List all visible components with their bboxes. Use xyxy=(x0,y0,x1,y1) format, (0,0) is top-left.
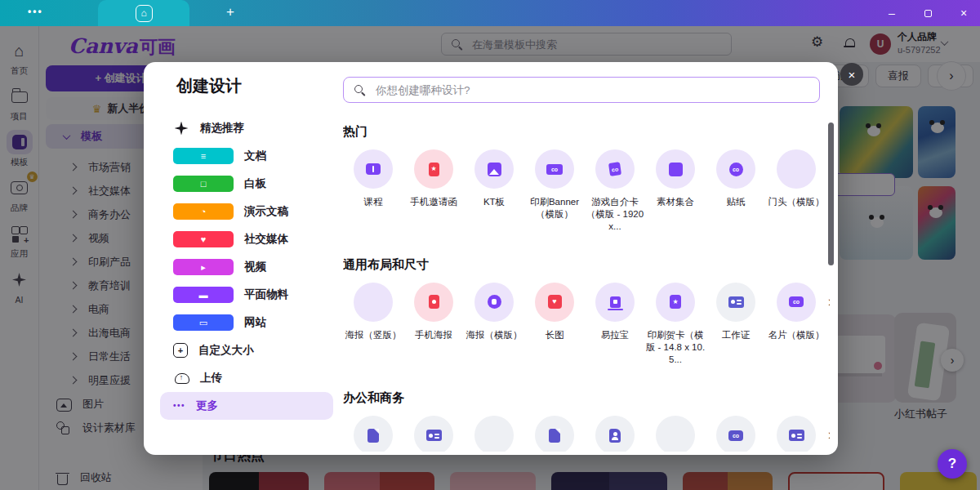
section-title: 办公和商务 xyxy=(343,390,830,406)
new-tab-button[interactable]: + xyxy=(226,4,234,20)
design-type-tile[interactable]: 圆角名片 xyxy=(766,416,826,452)
modal-menu-item[interactable]: ◔演示文稿 xyxy=(160,198,333,225)
round-badge-glyph xyxy=(488,295,501,309)
design-type-tile[interactable]: co名片（竖版） xyxy=(706,416,766,452)
tile-icon-circle: co xyxy=(535,149,574,189)
section-title: 通用布局和尺寸 xyxy=(343,257,830,273)
modal-close-button[interactable]: × xyxy=(840,63,863,86)
tile-icon-circle xyxy=(414,283,453,322)
design-section: 通用布局和尺寸海报（竖版）手机海报海报（横版）♥长图易拉宝★印刷贺卡（横版 - … xyxy=(343,257,830,367)
tile-icon-circle: ★ xyxy=(656,283,695,322)
window-close-button[interactable]: × xyxy=(957,7,970,19)
design-type-tile[interactable]: 工作证 xyxy=(706,283,766,367)
presentation-icon: ◔ xyxy=(173,203,234,220)
modal-scrollbar-track[interactable] xyxy=(828,116,834,447)
tile-icon-circle xyxy=(656,416,695,452)
design-type-tile[interactable]: 海报（横版） xyxy=(464,283,524,367)
design-search-bar xyxy=(343,77,820,103)
modal-menu-label: 精选推荐 xyxy=(200,121,244,136)
tile-icon-circle xyxy=(716,283,755,322)
modal-menu-item[interactable]: ▸视频 xyxy=(160,253,333,281)
modal-menu-item[interactable]: □白板 xyxy=(160,170,333,198)
heart-square-glyph: ♥ xyxy=(548,295,562,309)
design-type-tile[interactable]: 会议牌 xyxy=(645,416,706,452)
search-icon xyxy=(354,84,366,96)
modal-menu-item[interactable]: ↑上传 xyxy=(160,364,333,392)
tile-icon-circle xyxy=(535,416,574,452)
more-dots-icon: ••• xyxy=(173,398,185,414)
design-type-tile[interactable]: 提案书 xyxy=(343,416,403,452)
tile-icon-circle xyxy=(474,283,514,322)
modal-menu-label: 平面物料 xyxy=(244,287,288,302)
design-type-tile[interactable]: 证件照（竖版 - 25 x 35毫米） xyxy=(585,416,645,452)
design-type-tile[interactable]: co印刷Banner（横版） xyxy=(524,149,585,234)
tile-label: KT板 xyxy=(483,196,505,208)
tile-icon-circle xyxy=(474,149,514,189)
minimize-button[interactable]: – xyxy=(885,7,898,19)
docs-icon: ≡ xyxy=(173,148,234,164)
design-type-tile[interactable]: 授权书（横版）（模板） xyxy=(464,416,524,452)
modal-menu-item[interactable]: 精选推荐 xyxy=(160,114,333,142)
tile-label: 印刷Banner（横版） xyxy=(524,196,585,220)
tile-label: 贴纸 xyxy=(727,196,746,208)
design-type-tile[interactable]: ★印刷贺卡（横版 - 14.8 x 10.5... xyxy=(645,283,706,367)
modal-menu-item[interactable]: ♥社交媒体 xyxy=(160,225,333,253)
tile-icon-circle: ♥ xyxy=(535,283,574,322)
design-type-tile[interactable]: KT板 xyxy=(464,149,524,234)
design-type-tile[interactable]: 工作表（竖版） xyxy=(524,416,585,452)
book-glyph xyxy=(366,163,381,175)
design-type-tile[interactable]: ★手机邀请函 xyxy=(403,149,464,234)
design-type-tile[interactable]: 课程 xyxy=(343,149,403,234)
design-type-tile[interactable]: 工作证 xyxy=(403,416,464,452)
tile-icon-circle: co xyxy=(595,149,635,189)
phone-star-glyph: ★ xyxy=(429,163,439,176)
design-type-tile[interactable]: co游戏自介卡（横版 - 1920 x... xyxy=(585,149,645,234)
design-type-tile[interactable]: 海报（竖版） xyxy=(343,283,403,367)
modal-menu-item[interactable]: ▭网站 xyxy=(160,309,333,336)
design-type-tile[interactable]: co名片（横版） xyxy=(766,283,826,367)
grid-glyph xyxy=(669,163,683,176)
custom-size-icon: + xyxy=(173,343,188,358)
modal-menu-item[interactable]: ≡文档 xyxy=(160,142,333,170)
modal-menu-item[interactable]: +自定义大小 xyxy=(160,336,333,364)
modal-menu-item[interactable]: •••更多 xyxy=(160,392,333,420)
wallet-co-glyph: co xyxy=(728,430,743,441)
design-search-input[interactable] xyxy=(374,83,809,97)
design-type-tile[interactable]: co贴纸 xyxy=(706,149,766,234)
shapes-glyph xyxy=(789,162,804,176)
window-menu-button[interactable]: ••• xyxy=(28,6,43,17)
modal-menu-label: 上传 xyxy=(200,371,222,385)
icon-mark: ••• xyxy=(173,402,185,410)
icon-mark: ◔ xyxy=(201,207,207,216)
design-type-tile[interactable]: 素材集合 xyxy=(645,149,706,234)
canva-home-icon: ⌂ xyxy=(136,5,153,22)
modal-scrollbar-thumb[interactable] xyxy=(828,122,834,265)
tile-icon-circle xyxy=(777,416,816,452)
help-button[interactable]: ? xyxy=(938,449,967,479)
design-type-tile[interactable]: 易拉宝 xyxy=(585,283,645,367)
co-mark: co xyxy=(793,299,800,305)
icon-mark: ▬ xyxy=(199,291,208,300)
modal-menu-label: 视频 xyxy=(244,260,266,274)
maximize-icon xyxy=(924,10,932,17)
star-mark: ★ xyxy=(430,166,436,172)
modal-menu-label: 更多 xyxy=(196,399,218,413)
upload-icon: ↑ xyxy=(173,370,189,386)
featured-sparkle-icon xyxy=(173,120,189,136)
doc-glyph xyxy=(368,429,379,443)
design-type-tile[interactable]: ♥长图 xyxy=(524,283,585,367)
tile-label: 课程 xyxy=(364,196,383,208)
co-mark: co xyxy=(551,167,558,172)
maximize-button[interactable] xyxy=(921,10,934,17)
window-controls: – × xyxy=(885,0,970,26)
tile-label: 游戏自介卡（横版 - 1920 x... xyxy=(585,196,645,234)
wallet-co-glyph: co xyxy=(789,296,804,307)
tile-icon-circle xyxy=(354,416,393,452)
shapes-glyph xyxy=(487,428,501,443)
home-tab[interactable]: ⌂ xyxy=(98,0,189,26)
rollup-glyph xyxy=(610,296,621,308)
card-star-glyph: ★ xyxy=(670,295,681,309)
design-type-tile[interactable]: 门头（横版） xyxy=(766,149,826,234)
design-type-tile[interactable]: 手机海报 xyxy=(403,283,464,367)
modal-menu-item[interactable]: ▬平面物料 xyxy=(160,281,333,309)
